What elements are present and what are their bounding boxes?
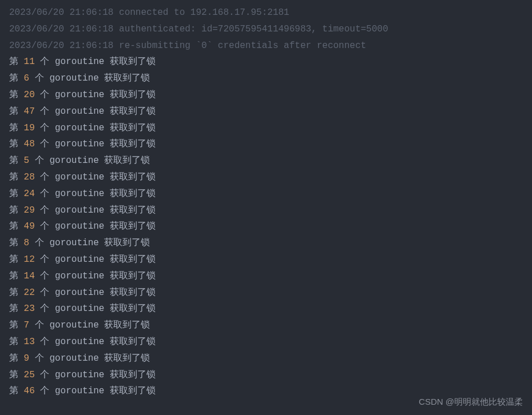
goroutine-mid: 个 goroutine [35,288,110,298]
goroutine-id: 47 [24,106,35,117]
goroutine-line: 第 48 个 goroutine 获取到了锁 [9,136,523,153]
goroutine-suffix: 获取到了锁 [104,238,150,248]
goroutine-prefix: 第 [9,337,24,347]
goroutine-id: 13 [24,337,35,347]
goroutine-mid: 个 goroutine [29,320,104,330]
log-line: 2023/06/20 21:06:18 re-submitting `0` cr… [9,38,523,54]
goroutine-line: 第 19 个 goroutine 获取到了锁 [9,120,523,137]
goroutine-id: 14 [24,271,35,281]
goroutine-suffix: 获取到了锁 [110,139,156,149]
goroutine-prefix: 第 [9,172,24,182]
goroutine-suffix: 获取到了锁 [110,337,156,347]
goroutine-line: 第 11 个 goroutine 获取到了锁 [9,54,523,70]
goroutine-id: 25 [24,370,35,380]
goroutine-prefix: 第 [9,238,24,248]
goroutine-id: 9 [24,353,30,364]
goroutine-suffix: 获取到了锁 [104,155,150,166]
goroutine-id: 29 [24,205,35,216]
goroutine-prefix: 第 [9,288,24,298]
goroutine-suffix: 获取到了锁 [110,386,156,396]
goroutine-id: 49 [24,221,35,232]
goroutine-line: 第 6 个 goroutine 获取到了锁 [9,70,523,87]
goroutine-line: 第 47 个 goroutine 获取到了锁 [9,103,523,120]
goroutine-line: 第 49 个 goroutine 获取到了锁 [9,218,523,235]
goroutine-suffix: 获取到了锁 [110,189,156,199]
goroutine-mid: 个 goroutine [29,353,104,364]
goroutine-prefix: 第 [9,254,24,265]
goroutine-prefix: 第 [9,73,24,83]
goroutine-prefix: 第 [9,304,24,314]
watermark: CSDN @明明就他比较温柔 [419,394,523,409]
goroutine-prefix: 第 [9,123,24,133]
goroutine-id: 46 [24,386,35,396]
goroutine-prefix: 第 [9,353,24,364]
goroutine-suffix: 获取到了锁 [110,205,156,216]
goroutine-suffix: 获取到了锁 [110,370,156,380]
goroutine-line: 第 29 个 goroutine 获取到了锁 [9,202,523,219]
goroutine-suffix: 获取到了锁 [110,90,156,100]
goroutine-line: 第 7 个 goroutine 获取到了锁 [9,317,523,334]
goroutine-suffix: 获取到了锁 [104,73,150,83]
goroutine-id: 19 [24,123,35,133]
log-line: 2023/06/20 21:06:18 authenticated: id=72… [9,21,523,38]
goroutine-mid: 个 goroutine [29,73,104,83]
goroutine-line: 第 28 个 goroutine 获取到了锁 [9,169,523,186]
goroutine-prefix: 第 [9,221,24,232]
goroutine-id: 11 [24,57,35,67]
goroutine-mid: 个 goroutine [35,271,110,281]
goroutine-id: 12 [24,254,35,265]
goroutine-line: 第 13 个 goroutine 获取到了锁 [9,334,523,350]
goroutine-suffix: 获取到了锁 [110,123,156,133]
goroutine-prefix: 第 [9,155,24,166]
goroutine-prefix: 第 [9,205,24,216]
goroutine-line: 第 20 个 goroutine 获取到了锁 [9,87,523,103]
goroutine-prefix: 第 [9,271,24,281]
goroutine-mid: 个 goroutine [29,155,104,166]
goroutine-mid: 个 goroutine [35,139,110,149]
goroutine-mid: 个 goroutine [35,304,110,314]
goroutine-line: 第 5 个 goroutine 获取到了锁 [9,153,523,169]
goroutine-suffix: 获取到了锁 [110,172,156,182]
goroutine-id: 48 [24,139,35,149]
goroutine-line: 第 14 个 goroutine 获取到了锁 [9,268,523,285]
goroutine-mid: 个 goroutine [35,254,110,265]
goroutine-suffix: 获取到了锁 [110,57,156,67]
goroutine-line: 第 22 个 goroutine 获取到了锁 [9,285,523,301]
goroutine-id: 7 [24,320,30,330]
goroutine-prefix: 第 [9,386,24,396]
goroutine-suffix: 获取到了锁 [110,221,156,232]
log-line: 2023/06/20 21:06:18 connected to 192.168… [9,5,523,21]
goroutine-line: 第 23 个 goroutine 获取到了锁 [9,301,523,317]
goroutine-id: 5 [24,155,30,166]
goroutine-id: 23 [24,304,35,314]
goroutine-line: 第 25 个 goroutine 获取到了锁 [9,367,523,384]
goroutine-id: 28 [24,172,35,182]
goroutine-mid: 个 goroutine [35,90,110,100]
goroutine-line: 第 8 个 goroutine 获取到了锁 [9,235,523,252]
goroutine-prefix: 第 [9,370,24,380]
goroutine-suffix: 获取到了锁 [110,106,156,117]
goroutine-prefix: 第 [9,320,24,330]
goroutine-suffix: 获取到了锁 [110,271,156,281]
goroutine-id: 8 [24,238,30,248]
goroutine-mid: 个 goroutine [35,370,110,380]
goroutine-id: 22 [24,288,35,298]
goroutine-id: 24 [24,189,35,199]
goroutine-prefix: 第 [9,139,24,149]
goroutine-suffix: 获取到了锁 [104,320,150,330]
goroutine-prefix: 第 [9,106,24,117]
goroutine-mid: 个 goroutine [35,221,110,232]
goroutine-mid: 个 goroutine [29,238,104,248]
goroutine-mid: 个 goroutine [35,386,110,396]
goroutine-mid: 个 goroutine [35,123,110,133]
goroutine-prefix: 第 [9,189,24,199]
goroutine-suffix: 获取到了锁 [110,304,156,314]
goroutine-mid: 个 goroutine [35,189,110,199]
goroutine-suffix: 获取到了锁 [110,288,156,298]
goroutine-id: 20 [24,90,35,100]
goroutine-line: 第 9 个 goroutine 获取到了锁 [9,350,523,367]
goroutine-suffix: 获取到了锁 [110,254,156,265]
goroutine-prefix: 第 [9,90,24,100]
goroutine-line: 第 24 个 goroutine 获取到了锁 [9,186,523,202]
goroutine-mid: 个 goroutine [35,172,110,182]
